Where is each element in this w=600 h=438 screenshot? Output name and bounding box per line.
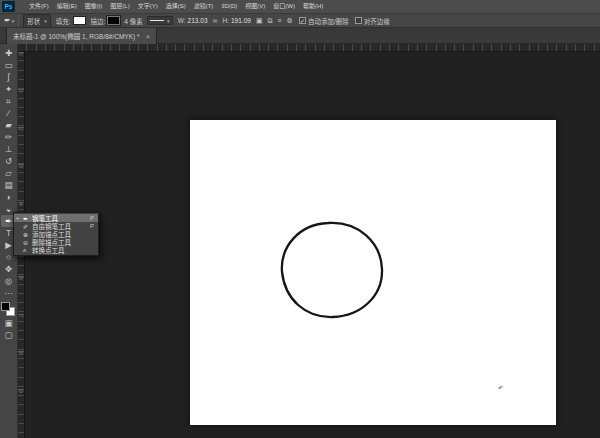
auto-add-delete-checkbox[interactable]: ✓ (299, 17, 306, 24)
ruler-tick-label: 6 (18, 276, 24, 313)
document-tab[interactable]: 未标题-1 @ 100%(椭圆 1, RGB/8#/CMYK) * × (6, 28, 157, 44)
tool-icon: ▶ (5, 239, 12, 251)
history-brush-tool[interactable]: ↺ (1, 155, 17, 167)
menu-item[interactable]: 文字(Y) (134, 0, 162, 13)
tool-icon: ▣ (4, 317, 12, 329)
hand-tool[interactable]: ✥ (1, 263, 17, 275)
tool-icon: ✚ (5, 47, 12, 59)
tool-icon: ◎ (5, 275, 12, 287)
menu-item[interactable]: 3D(D) (217, 0, 241, 13)
fill-color-swatch[interactable] (73, 16, 86, 25)
menu-item[interactable]: 滤镜(T) (190, 0, 218, 13)
tool-icon: ↺ (5, 155, 12, 167)
shape-layer-svg (190, 120, 556, 425)
eyedropper-tool[interactable]: ∕ (1, 107, 17, 119)
path-alignment-icon[interactable]: ⧉ (268, 17, 273, 25)
stroke-style-select[interactable]: ▾ (147, 16, 173, 25)
tool-icon: ▭ (4, 59, 12, 71)
tool-icon: ▰ (5, 119, 12, 131)
tool-icon: ⋯ (4, 287, 13, 299)
menu-item[interactable]: 窗口(W) (269, 0, 299, 13)
flyout-item-label: 转换点工具 (32, 245, 92, 255)
gear-icon[interactable]: ⚙ (287, 17, 293, 25)
rectangular-marquee-tool[interactable]: ▭ (1, 59, 17, 71)
auto-add-delete-label: 自动添加/删除 (308, 16, 349, 26)
tool-icon: ◒ (6, 203, 11, 215)
stroke-width-field[interactable]: 4 像素 (124, 16, 142, 26)
foreground-color-swatch[interactable] (1, 302, 10, 311)
eraser-tool[interactable]: ▱ (1, 167, 17, 179)
tool-icon: ▱ (5, 167, 12, 179)
photoshop-window: Ps 文件(F)编辑(E)图像(I)图层(L)文字(Y)选择(S)滤镜(T)3D… (0, 0, 600, 438)
menu-item[interactable]: 编辑(E) (53, 0, 81, 13)
crop-tool[interactable]: ⌗ (1, 95, 17, 107)
tool-icon: ✥ (5, 263, 12, 275)
checkmark-icon: ✓ (300, 18, 305, 24)
tool-icon: ▢ (4, 329, 12, 341)
menu-item[interactable]: 视图(V) (241, 0, 269, 13)
blur-tool[interactable]: ◗ (1, 191, 17, 203)
ruler-tick-label: 7 (18, 314, 24, 351)
menu-item[interactable]: 图层(L) (106, 0, 133, 13)
tool-mode-select[interactable]: 形状 ▾ (23, 14, 51, 28)
canvas[interactable]: ✒ (190, 120, 556, 425)
menu-item[interactable]: 选择(S) (162, 0, 190, 13)
close-icon[interactable]: × (146, 32, 151, 41)
clone-stamp-tool[interactable]: ⊥ (1, 143, 17, 155)
quick-mask-button[interactable]: ▣ (1, 317, 17, 329)
tool-icon: ✒ (5, 215, 12, 227)
pen-variant-icon: ʌ (23, 247, 30, 253)
separator (18, 15, 19, 26)
tool-icon: ✦ (5, 83, 12, 95)
screen-mode-button[interactable]: ▢ (1, 329, 17, 341)
stroke-line-icon (150, 20, 164, 21)
ruler-tick-label: 1 (18, 89, 24, 126)
tool-preset-icon[interactable]: ✒ (4, 16, 11, 25)
path-operations-icon[interactable]: ▣ (256, 17, 263, 25)
link-dimensions-icon[interactable]: ∞ (213, 17, 218, 24)
chevron-down-icon: ▾ (44, 18, 47, 24)
stroke-color-swatch[interactable] (107, 16, 120, 25)
color-swatches[interactable] (1, 302, 16, 317)
horizontal-ruler[interactable]: 0123456789101112131415 (18, 44, 600, 52)
shape-height-field[interactable]: 191.09 (231, 17, 251, 24)
tool-icon: ⌗ (6, 95, 11, 107)
quick-selection-tool[interactable]: ✦ (1, 83, 17, 95)
ruler-tick-label: 8 (18, 351, 24, 388)
zoom-tool[interactable]: ◎ (1, 275, 17, 287)
tool-preset-caret-icon[interactable]: ▾ (12, 18, 15, 24)
chevron-down-icon: ▾ (167, 18, 170, 24)
pen-tool-flyout-menu: ▪ ✒ 钢笔工具 P ✐ 自由钢笔工具 P ⊕ 添加锚点工具 ⊖ (13, 212, 99, 256)
tool-icon: ▤ (4, 179, 12, 191)
path-arrangement-icon[interactable]: ≡ (278, 17, 282, 24)
ellipse-shape-path (282, 223, 382, 317)
convert-point-tool[interactable]: ʌ 转换点工具 (14, 246, 98, 254)
shape-width-field[interactable]: 213.03 (188, 17, 208, 24)
lasso-tool[interactable]: ʃ (1, 71, 17, 83)
spot-healing-brush-tool[interactable]: ▰ (1, 119, 17, 131)
brush-tool[interactable]: ✏ (1, 131, 17, 143)
current-tool-marker-icon: ▪ (17, 215, 21, 221)
move-tool[interactable]: ✚ (1, 47, 17, 59)
document-title: 未标题-1 @ 100%(椭圆 1, RGB/8#/CMYK) * (13, 31, 140, 41)
shortcut-label: P (90, 215, 95, 221)
tool-options-bar: ✒ ▾ 形状 ▾ 填充: 描边: 4 像素 ▾ W: 213.03 ∞ H: 1… (0, 13, 600, 28)
menu-item[interactable]: 文件(F) (25, 0, 53, 13)
align-edges-checkbox[interactable] (355, 17, 362, 24)
menu-bar: Ps 文件(F)编辑(E)图像(I)图层(L)文字(Y)选择(S)滤镜(T)3D… (0, 0, 600, 13)
pen-variant-icon: ⊖ (23, 239, 30, 246)
tool-icon: T (6, 227, 11, 239)
gradient-tool[interactable]: ▤ (1, 179, 17, 191)
edit-toolbar-button[interactable]: ⋯ (1, 287, 17, 299)
menu-item[interactable]: 帮助(H) (299, 0, 327, 13)
ruler-tick-label: 2 (18, 127, 24, 164)
photoshop-logo-icon[interactable]: Ps (2, 1, 15, 12)
pen-variant-icon: ⊕ (23, 231, 30, 238)
tool-icon: ○ (6, 251, 11, 263)
tool-icon: ⊥ (5, 143, 12, 155)
tool-icon: ʃ (8, 71, 10, 83)
tool-icon: ∕ (8, 107, 9, 119)
tool-mode-value: 形状 (27, 16, 40, 26)
width-label: W: (178, 17, 186, 24)
menu-item[interactable]: 图像(I) (81, 0, 107, 13)
